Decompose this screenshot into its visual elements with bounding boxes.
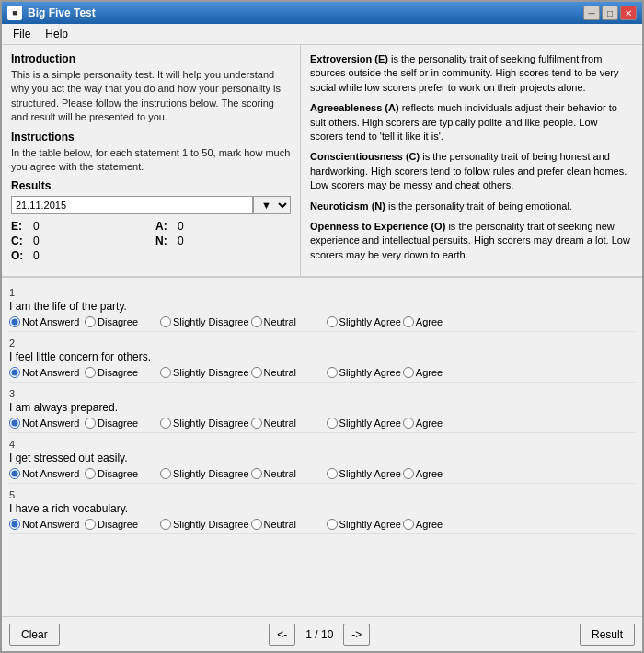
radio-input[interactable] (251, 519, 262, 530)
radio-input[interactable] (160, 468, 171, 479)
radio-input[interactable] (85, 468, 96, 479)
question-text: I am the life of the party. (9, 300, 635, 313)
radio-label: Disagree (98, 316, 138, 327)
radio-label: Agree (416, 468, 443, 479)
radio-input[interactable] (251, 468, 262, 479)
radio-group: Not AnswerdDisagreeSlightly DisagreeNeut… (9, 418, 635, 429)
radio-option[interactable]: Slightly Agree (327, 367, 401, 378)
questions-scroll: 1I am the life of the party.Not AnswerdD… (2, 278, 642, 616)
text-neuroticism: is the personality trait of being emotio… (385, 200, 572, 212)
radio-input[interactable] (160, 418, 171, 429)
title-bar: ■ Big Five Test ─ □ ✕ (2, 2, 642, 24)
radio-input[interactable] (327, 316, 338, 327)
close-button[interactable]: ✕ (620, 6, 637, 20)
radio-label: Neutral (264, 418, 296, 429)
radio-option[interactable]: Not Answerd (9, 418, 83, 429)
radio-input[interactable] (403, 316, 414, 327)
label-c: C: (11, 235, 29, 247)
radio-label: Slightly Agree (339, 367, 401, 378)
radio-label: Slightly Disagree (173, 418, 249, 429)
question-block: 5I have a rich vocabulary.Not AnswerdDis… (9, 484, 635, 534)
date-input[interactable] (11, 196, 253, 214)
score-row-o: O: 0 (11, 249, 146, 262)
radio-option[interactable]: Slightly Disagree (160, 519, 249, 530)
radio-option[interactable]: Slightly Disagree (160, 468, 249, 479)
window-title: Big Five Test (28, 6, 96, 19)
radio-option[interactable]: Not Answerd (9, 519, 83, 530)
radio-option[interactable]: Slightly Agree (327, 418, 401, 429)
radio-option[interactable]: Slightly Agree (327, 519, 401, 530)
radio-input[interactable] (327, 367, 338, 378)
result-button[interactable]: Result (580, 624, 635, 646)
radio-option[interactable]: Neutral (251, 468, 325, 479)
menu-help[interactable]: Help (38, 26, 75, 42)
radio-option[interactable]: Agree (403, 367, 477, 378)
radio-input[interactable] (327, 519, 338, 530)
clear-button[interactable]: Clear (9, 624, 60, 646)
radio-option[interactable]: Disagree (85, 367, 158, 378)
radio-option[interactable]: Agree (403, 468, 477, 479)
para-agreeableness: Agreeableness (A) reflects much individu… (310, 101, 633, 143)
radio-input[interactable] (85, 367, 96, 378)
radio-option[interactable]: Disagree (85, 316, 158, 327)
radio-option[interactable]: Slightly Disagree (160, 418, 249, 429)
next-button[interactable]: -> (343, 624, 370, 646)
radio-label: Not Answerd (22, 519, 79, 530)
radio-input[interactable] (9, 468, 20, 479)
prev-button[interactable]: <- (269, 624, 295, 646)
radio-option[interactable]: Neutral (251, 418, 325, 429)
radio-option[interactable]: Disagree (85, 519, 158, 530)
radio-input[interactable] (251, 367, 262, 378)
para-openness: Openness to Experience (O) is the person… (310, 220, 633, 262)
term-neuroticism: Neuroticism (N) (310, 200, 385, 212)
radio-input[interactable] (327, 468, 338, 479)
radio-input[interactable] (160, 367, 171, 378)
radio-option[interactable]: Not Answerd (9, 468, 83, 479)
radio-input[interactable] (251, 418, 262, 429)
radio-label: Not Answerd (22, 367, 79, 378)
radio-option[interactable]: Disagree (85, 468, 158, 479)
radio-option[interactable]: Slightly Disagree (160, 316, 249, 327)
radio-label: Slightly Agree (339, 316, 401, 327)
radio-input[interactable] (251, 316, 262, 327)
radio-input[interactable] (9, 367, 20, 378)
radio-option[interactable]: Slightly Agree (327, 468, 401, 479)
radio-input[interactable] (9, 316, 20, 327)
radio-input[interactable] (403, 367, 414, 378)
score-row-n: N: 0 (155, 235, 291, 247)
radio-option[interactable]: Disagree (85, 418, 158, 429)
radio-input[interactable] (85, 418, 96, 429)
radio-label: Neutral (264, 468, 296, 479)
radio-option[interactable]: Neutral (251, 316, 325, 327)
question-block: 1I am the life of the party.Not AnswerdD… (9, 281, 635, 332)
score-row-a: A: 0 (155, 220, 291, 233)
radio-label: Disagree (98, 418, 138, 429)
radio-input[interactable] (160, 316, 171, 327)
radio-option[interactable]: Not Answerd (9, 316, 83, 327)
radio-option[interactable]: Slightly Agree (327, 316, 401, 327)
term-conscientiousness: Conscientiousness (C) (310, 151, 420, 162)
radio-input[interactable] (403, 418, 414, 429)
radio-option[interactable]: Neutral (251, 367, 325, 378)
radio-group: Not AnswerdDisagreeSlightly DisagreeNeut… (9, 468, 635, 479)
radio-input[interactable] (9, 519, 20, 530)
menu-file[interactable]: File (6, 26, 38, 42)
radio-input[interactable] (9, 418, 20, 429)
radio-input[interactable] (403, 468, 414, 479)
date-dropdown[interactable]: ▼ (253, 196, 291, 214)
radio-input[interactable] (327, 418, 338, 429)
radio-option[interactable]: Agree (403, 519, 477, 530)
maximize-button[interactable]: □ (602, 6, 618, 20)
radio-option[interactable]: Neutral (251, 519, 325, 530)
radio-input[interactable] (160, 519, 171, 530)
radio-option[interactable]: Agree (403, 418, 477, 429)
instructions-title: Instructions (11, 131, 291, 143)
radio-input[interactable] (403, 519, 414, 530)
radio-option[interactable]: Agree (403, 316, 477, 327)
radio-input[interactable] (85, 519, 96, 530)
instructions-text: In the table below, for each statement 1… (11, 146, 291, 175)
minimize-button[interactable]: ─ (583, 6, 600, 20)
radio-option[interactable]: Slightly Disagree (160, 367, 249, 378)
radio-option[interactable]: Not Answerd (9, 367, 83, 378)
radio-input[interactable] (85, 316, 96, 327)
